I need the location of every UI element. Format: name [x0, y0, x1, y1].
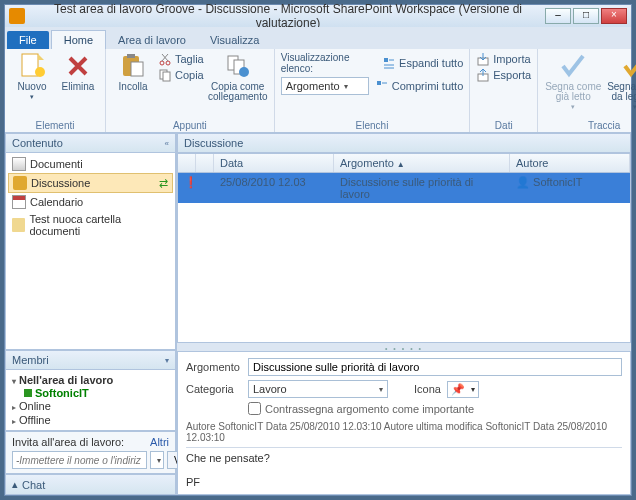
col-argomento[interactable]: Argomento▲	[334, 154, 510, 172]
argomento-field[interactable]	[248, 358, 622, 376]
invite-label: Invita all'area di lavoro:	[12, 436, 124, 448]
members-in-area: ▾Nell'area di lavoro	[12, 373, 169, 387]
cut-icon	[158, 52, 172, 66]
titlebar: Test area di lavoro Groove - Discussione…	[5, 5, 631, 27]
members-offline[interactable]: ▸Offline	[12, 413, 169, 427]
collapse-icon: «	[165, 139, 169, 148]
close-button[interactable]: ×	[601, 8, 627, 24]
presence-icon	[24, 389, 32, 397]
categoria-label: Categoria	[186, 383, 242, 395]
categoria-combo[interactable]: Lavoro▾	[248, 380, 388, 398]
detail-panel: Argomento Categoria Lavoro▾ Icona 📌▾ Con…	[177, 351, 631, 495]
segna-leggere-button[interactable]: Segna come da leggere▾	[606, 52, 636, 112]
nav-calendario[interactable]: Calendario	[8, 193, 173, 211]
svg-point-7	[166, 61, 170, 65]
ribbon: Nuovo▾ Elimina Elementi Incolla Taglia C…	[5, 49, 631, 133]
col-data[interactable]: Data	[214, 154, 334, 172]
esporta-button[interactable]: Esporta	[476, 68, 531, 82]
group-appunti: Incolla Taglia Copia Copia come collegam…	[106, 49, 275, 132]
import-icon	[476, 52, 490, 66]
paste-icon	[119, 52, 147, 80]
area-lavoro-tab[interactable]: Area di lavoro	[106, 31, 198, 49]
collapse-icon	[375, 79, 389, 93]
discussion-icon	[13, 176, 27, 190]
chevron-down-icon: ▾	[165, 356, 169, 365]
group-traccia: Segna come già letto▾ Segna come da legg…	[538, 49, 636, 132]
contenuto-header[interactable]: Contenuto«	[5, 133, 176, 153]
left-column: Contenuto« Documenti Discussione⇄ Calend…	[5, 133, 177, 495]
app-window: Test area di lavoro Groove - Discussione…	[4, 4, 632, 496]
pin-icon: 📌	[451, 383, 465, 396]
incolla-button[interactable]: Incolla	[112, 52, 154, 92]
sync-icon: ⇄	[159, 177, 168, 190]
segna-letto-button[interactable]: Segna come già letto▾	[544, 52, 602, 112]
mark-unread-icon	[621, 52, 636, 80]
maximize-button[interactable]: □	[573, 8, 599, 24]
chat-bar[interactable]: ▴Chat	[5, 474, 176, 495]
invite-panel: Invita all'area di lavoro:Altri ▾ Vai	[5, 431, 176, 474]
nav-test-cartella[interactable]: Test nuoca cartella documenti	[8, 211, 173, 239]
group-elementi: Nuovo▾ Elimina Elementi	[5, 49, 106, 132]
list-body-empty	[178, 203, 630, 342]
comprimi-tutto-button[interactable]: Comprimi tutto	[375, 79, 464, 93]
copy-icon	[158, 68, 172, 82]
discussion-list: Data Argomento▲ Autore ❗ 25/08/2010 12.0…	[177, 153, 631, 343]
members-online[interactable]: ▸Online	[12, 399, 169, 413]
svg-rect-5	[131, 62, 143, 76]
icona-picker[interactable]: 📌▾	[447, 381, 479, 398]
importante-checkbox[interactable]	[248, 402, 261, 415]
copia-collegamento-button[interactable]: Copia come collegamento	[208, 52, 268, 102]
window-title: Test area di lavoro Groove - Discussione…	[31, 2, 545, 30]
message-body: Che ne pensate? PF	[186, 447, 622, 488]
argomento-combo[interactable]: Argomento▾	[281, 77, 369, 95]
calendar-icon	[12, 195, 26, 209]
svg-point-2	[35, 67, 45, 77]
nav-documenti[interactable]: Documenti	[8, 155, 173, 173]
col-attachment[interactable]	[196, 154, 214, 172]
importa-button[interactable]: Importa	[476, 52, 531, 66]
col-autore[interactable]: Autore	[510, 154, 630, 172]
expand-icon	[382, 56, 396, 70]
group-dati: Importa Esporta Dati	[470, 49, 538, 132]
app-icon	[9, 8, 25, 24]
export-icon	[476, 68, 490, 82]
detail-meta: Autore SoftonicIT Data 25/08/2010 12.03:…	[186, 421, 622, 443]
svg-rect-13	[384, 58, 388, 62]
home-tab[interactable]: Home	[51, 30, 106, 49]
visualizza-tab[interactable]: Visualizza	[198, 31, 271, 49]
documents-icon	[12, 157, 26, 171]
column-headers: Data Argomento▲ Autore	[178, 154, 630, 173]
group-elenchi: Visualizzazione elenco: Espandi tutto Ar…	[275, 49, 471, 132]
svg-marker-1	[38, 54, 44, 60]
svg-point-6	[160, 61, 164, 65]
file-tab[interactable]: File	[7, 31, 49, 49]
copy-link-icon	[224, 52, 252, 80]
svg-rect-14	[377, 81, 381, 85]
sort-asc-icon: ▲	[397, 160, 405, 169]
window-controls: – □ ×	[545, 8, 627, 24]
svg-point-12	[239, 67, 249, 77]
minimize-button[interactable]: –	[545, 8, 571, 24]
nuovo-button[interactable]: Nuovo▾	[11, 52, 53, 102]
elimina-button[interactable]: Elimina	[57, 52, 99, 92]
col-flag[interactable]	[178, 154, 196, 172]
importante-label: Contrassegna argomento come importante	[265, 403, 474, 415]
content-nav: Documenti Discussione⇄ Calendario Test n…	[5, 153, 176, 350]
chevron-up-icon: ▴	[12, 478, 18, 491]
espandi-tutto-button[interactable]: Espandi tutto	[382, 56, 463, 70]
right-column: Discussione Data Argomento▲ Autore ❗ 25/…	[177, 133, 631, 495]
new-icon	[18, 52, 46, 80]
members-panel: ▾Nell'area di lavoro SoftonicIT ▸Online …	[5, 370, 176, 431]
invite-altri-link[interactable]: Altri	[150, 436, 169, 448]
taglia-button[interactable]: Taglia	[158, 52, 204, 66]
workarea: Contenuto« Documenti Discussione⇄ Calend…	[5, 133, 631, 495]
svg-rect-9	[163, 72, 170, 81]
discussione-panel-header: Discussione	[177, 133, 631, 153]
membri-header[interactable]: Membri▾	[5, 350, 176, 370]
invite-dropdown[interactable]: ▾	[150, 451, 164, 469]
discussion-row[interactable]: ❗ 25/08/2010 12.03 Discussione sulle pri…	[178, 173, 630, 203]
invite-input[interactable]	[12, 451, 147, 469]
member-user[interactable]: SoftonicIT	[24, 387, 169, 399]
copia-button[interactable]: Copia	[158, 68, 204, 82]
nav-discussione[interactable]: Discussione⇄	[8, 173, 173, 193]
